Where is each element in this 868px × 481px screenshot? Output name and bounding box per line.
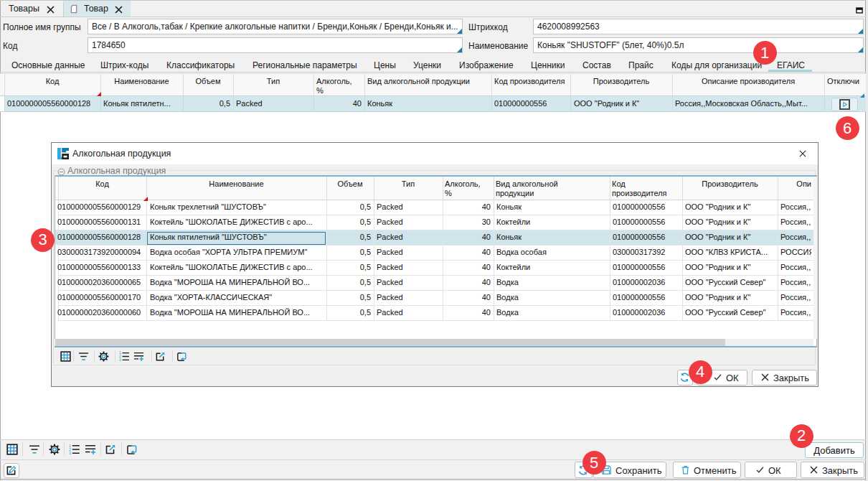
svg-text:3: 3 (119, 358, 121, 362)
svg-text:3: 3 (69, 451, 71, 455)
